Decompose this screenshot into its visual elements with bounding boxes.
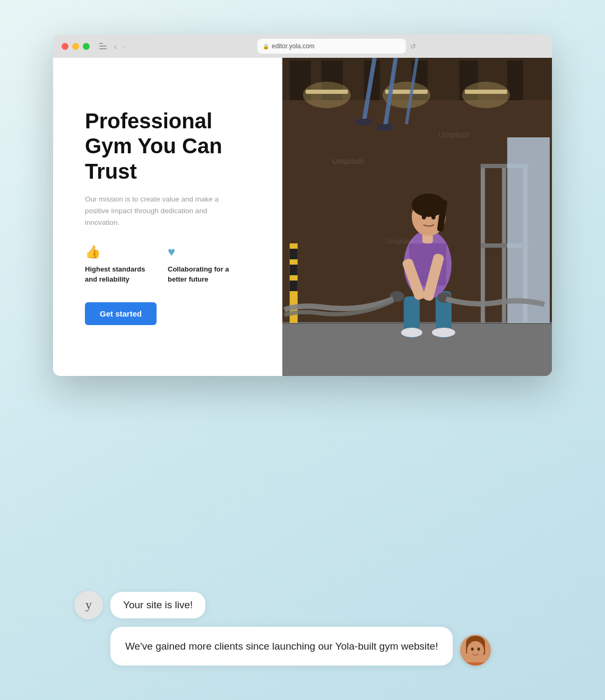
- browser-window: ‹ › 🔒 editor.yola.com ↺ Professional Gym…: [53, 34, 552, 376]
- back-button[interactable]: ‹: [114, 42, 117, 51]
- lock-icon: 🔒: [263, 43, 269, 49]
- address-bar[interactable]: 🔒 editor.yola.com: [257, 39, 406, 54]
- reload-button[interactable]: ↺: [410, 42, 416, 50]
- testimonial-bubble: We've gained more clients since launchin…: [110, 627, 453, 666]
- features-row: 👍 Highest standards and reliability ♥ Co…: [85, 244, 258, 284]
- site-live-bubble: Your site is live!: [110, 592, 205, 618]
- sidebar-toggle-btn[interactable]: [99, 43, 107, 49]
- svg-point-58: [467, 641, 484, 660]
- svg-point-60: [478, 648, 480, 651]
- hero-description: Our mission is to create value and make …: [85, 194, 223, 229]
- testimonial-row: We've gained more clients since launchin…: [110, 627, 536, 666]
- maximize-traffic-light[interactable]: [83, 43, 90, 50]
- website-content: Professional Gym You Can Trust Our missi…: [53, 58, 552, 376]
- testimonial-text: We've gained more clients since launchin…: [125, 641, 438, 652]
- site-live-row: y Your site is live!: [74, 591, 536, 619]
- feature-collaborate: ♥ Collaborating for a better future: [168, 244, 237, 284]
- feature-standards-label: Highest standards and reliability: [85, 265, 149, 284]
- site-live-text: Your site is live!: [123, 599, 193, 610]
- heart-icon: ♥: [168, 244, 237, 259]
- yola-icon: y: [74, 591, 103, 619]
- traffic-lights: [62, 43, 90, 50]
- gym-scene-svg: Unsplash Unsplash Unsplash: [282, 58, 552, 376]
- chat-section: y Your site is live! We've gained more c…: [69, 591, 536, 666]
- svg-rect-62: [465, 662, 486, 666]
- address-bar-wrapper: 🔒 editor.yola.com ↺: [130, 39, 543, 54]
- hero-right-image: Unsplash Unsplash Unsplash: [282, 58, 552, 376]
- hero-left-panel: Professional Gym You Can Trust Our missi…: [53, 58, 282, 376]
- browser-titlebar: ‹ › 🔒 editor.yola.com ↺: [53, 34, 552, 58]
- hero-title: Professional Gym You Can Trust: [85, 109, 258, 184]
- feature-collaborate-label: Collaborating for a better future: [168, 265, 237, 284]
- url-text: editor.yola.com: [272, 42, 315, 50]
- yola-letter: y: [85, 598, 92, 612]
- minimize-traffic-light[interactable]: [72, 43, 79, 50]
- svg-rect-53: [282, 58, 552, 376]
- close-traffic-light[interactable]: [62, 43, 68, 50]
- get-started-button[interactable]: Get started: [85, 302, 157, 325]
- user-avatar: [460, 635, 491, 666]
- svg-point-59: [471, 648, 474, 651]
- forward-button[interactable]: ›: [122, 42, 125, 51]
- feature-standards: 👍 Highest standards and reliability: [85, 244, 149, 284]
- thumbs-up-icon: 👍: [85, 244, 149, 259]
